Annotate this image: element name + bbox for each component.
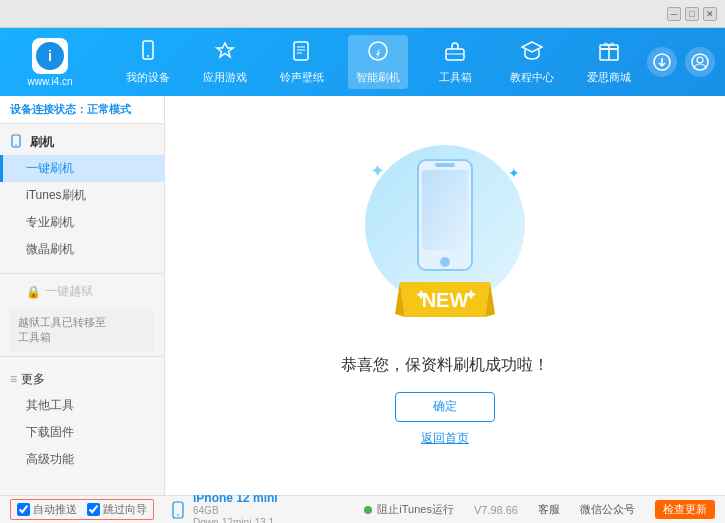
user-button[interactable] bbox=[685, 47, 715, 77]
svg-rect-4 bbox=[294, 42, 308, 60]
skip-guide-label: 跳过向导 bbox=[103, 502, 147, 517]
sidebar-item-download-firmware[interactable]: 下载固件 bbox=[0, 419, 164, 446]
title-bar: ─ □ ✕ bbox=[0, 0, 725, 28]
confirm-button[interactable]: 确定 bbox=[395, 392, 495, 422]
window-controls[interactable]: ─ □ ✕ bbox=[667, 7, 717, 21]
nav-item-apps-games[interactable]: 应用游戏 bbox=[195, 35, 255, 89]
check-update-button[interactable]: 检查更新 bbox=[655, 500, 715, 519]
sparkle-tr-icon: ✦ bbox=[508, 165, 520, 181]
phone-svg bbox=[410, 155, 480, 288]
nav-item-my-device[interactable]: 我的设备 bbox=[118, 35, 178, 89]
svg-point-31 bbox=[364, 506, 372, 514]
sidebar-item-itunes-flash[interactable]: iTunes刷机 bbox=[0, 182, 164, 209]
nav-item-tutorial[interactable]: 教程中心 bbox=[502, 35, 562, 89]
customer-service-link[interactable]: 客服 bbox=[538, 502, 560, 517]
close-button[interactable]: ✕ bbox=[703, 7, 717, 21]
wechat-link[interactable]: 微信公众号 bbox=[580, 502, 635, 517]
sidebar-item-pro-flash[interactable]: 专业刷机 bbox=[0, 209, 164, 236]
sidebar-item-micro-flash[interactable]: 微晶刷机 bbox=[0, 236, 164, 263]
svg-point-17 bbox=[15, 144, 17, 146]
success-text: 恭喜您，保资料刷机成功啦！ bbox=[341, 355, 549, 376]
header: i www.i4.cn 我的设备 应用游戏 bbox=[0, 28, 725, 96]
flash-section-header: 刷机 bbox=[0, 130, 164, 155]
sidebar-item-one-click-flash[interactable]: 一键刷机 bbox=[0, 155, 164, 182]
version-text: V7.98.66 bbox=[474, 504, 518, 516]
status-value: 正常模式 bbox=[87, 103, 131, 115]
svg-rect-22 bbox=[435, 163, 455, 167]
svg-point-21 bbox=[440, 257, 450, 267]
phone-container: ✦ ✦ bbox=[365, 145, 525, 325]
new-badge: NEW ✦ ✦ bbox=[395, 272, 495, 325]
logo-icon: i bbox=[32, 38, 68, 74]
svg-text:NEW: NEW bbox=[422, 289, 469, 311]
itunes-label: 阻止iTunes运行 bbox=[377, 502, 454, 517]
device-icon bbox=[172, 501, 184, 519]
bottom-device-info: iPhone 12 mini 64GB Down-12mini-13,1 bbox=[193, 491, 278, 524]
itunes-status-icon bbox=[363, 505, 373, 515]
nav-label-tutorial: 教程中心 bbox=[510, 70, 554, 85]
apps-games-icon bbox=[213, 39, 237, 68]
minimize-button[interactable]: ─ bbox=[667, 7, 681, 21]
more-section-title: 更多 bbox=[21, 371, 45, 388]
bottom-checkboxes: 自动推送 跳过向导 bbox=[10, 499, 154, 520]
bottom-bar: 自动推送 跳过向导 iPhone 12 mini 64GB Down-12min… bbox=[0, 495, 725, 523]
nav-item-smart-flash[interactable]: 智能刷机 bbox=[348, 35, 408, 89]
svg-rect-20 bbox=[422, 170, 468, 250]
skip-guide-checkbox[interactable]: 跳过向导 bbox=[87, 502, 147, 517]
more-section-header: ≡ 更多 bbox=[0, 367, 164, 392]
auto-send-input[interactable] bbox=[17, 503, 30, 516]
success-illustration: ✦ ✦ bbox=[365, 145, 525, 325]
status-label: 设备连接状态： bbox=[10, 103, 87, 115]
jailbreak-label: 一键越狱 bbox=[45, 283, 93, 300]
auto-send-checkbox[interactable]: 自动推送 bbox=[17, 502, 77, 517]
sidebar-divider-1 bbox=[0, 273, 164, 274]
nav-item-ringtone[interactable]: 铃声壁纸 bbox=[272, 35, 332, 89]
device-storage: 64GB bbox=[193, 505, 278, 517]
device-version: Down-12mini-13,1 bbox=[193, 517, 278, 524]
sidebar-item-jailbreak-disabled: 🔒 一键越狱 bbox=[0, 278, 164, 305]
nav-label-smart-flash: 智能刷机 bbox=[356, 70, 400, 85]
nav-label-toolbox: 工具箱 bbox=[439, 70, 472, 85]
svg-point-30 bbox=[177, 514, 179, 516]
svg-text:i: i bbox=[48, 48, 52, 64]
flash-section-icon bbox=[10, 134, 24, 151]
nav-label-gifts: 爱思商城 bbox=[587, 70, 631, 85]
bottom-right: 阻止iTunes运行 V7.98.66 客服 微信公众号 检查更新 bbox=[363, 500, 715, 519]
nav-label-my-device: 我的设备 bbox=[126, 70, 170, 85]
smart-flash-icon bbox=[366, 39, 390, 68]
sidebar-notice: 越狱工具已转移至工具箱 bbox=[10, 309, 154, 352]
sidebar-divider-2 bbox=[0, 356, 164, 357]
auto-send-label: 自动推送 bbox=[33, 502, 77, 517]
svg-text:✦: ✦ bbox=[465, 287, 477, 303]
gifts-icon bbox=[597, 39, 621, 68]
logo-url: www.i4.cn bbox=[27, 76, 72, 87]
nav-item-toolbox[interactable]: 工具箱 bbox=[425, 35, 485, 89]
nav-label-ringtone: 铃声壁纸 bbox=[280, 70, 324, 85]
my-device-icon bbox=[136, 39, 160, 68]
nav-label-apps-games: 应用游戏 bbox=[203, 70, 247, 85]
logo-area: i www.i4.cn bbox=[10, 38, 90, 87]
skip-guide-input[interactable] bbox=[87, 503, 100, 516]
svg-text:✦: ✦ bbox=[415, 287, 427, 303]
header-right bbox=[647, 47, 715, 77]
svg-point-15 bbox=[697, 57, 703, 63]
flash-section: 刷机 一键刷机 iTunes刷机 专业刷机 微晶刷机 bbox=[0, 124, 164, 269]
back-home-link[interactable]: 返回首页 bbox=[421, 430, 469, 447]
toolbox-icon bbox=[443, 39, 467, 68]
device-area: iPhone 12 mini 64GB Down-12mini-13,1 bbox=[172, 491, 278, 524]
sidebar-item-other-tools[interactable]: 其他工具 bbox=[0, 392, 164, 419]
nav-item-gifts[interactable]: 爱思商城 bbox=[579, 35, 639, 89]
ringtone-icon bbox=[290, 39, 314, 68]
status-bar-top: 设备连接状态：正常模式 bbox=[0, 96, 164, 124]
maximize-button[interactable]: □ bbox=[685, 7, 699, 21]
bottom-left: 自动推送 跳过向导 iPhone 12 mini 64GB Down-12min… bbox=[10, 491, 363, 524]
sidebar-item-advanced[interactable]: 高级功能 bbox=[0, 446, 164, 473]
download-button[interactable] bbox=[647, 47, 677, 77]
itunes-status: 阻止iTunes运行 bbox=[363, 502, 454, 517]
sidebar: 设备连接状态：正常模式 刷机 一键刷机 iTunes刷机 专业刷机 bbox=[0, 96, 165, 495]
tutorial-icon bbox=[520, 39, 544, 68]
sparkle-tl-icon: ✦ bbox=[370, 160, 385, 182]
main-layout: 设备连接状态：正常模式 刷机 一键刷机 iTunes刷机 专业刷机 bbox=[0, 96, 725, 495]
svg-point-3 bbox=[147, 55, 149, 57]
more-section: ≡ 更多 其他工具 下载固件 高级功能 bbox=[0, 361, 164, 479]
